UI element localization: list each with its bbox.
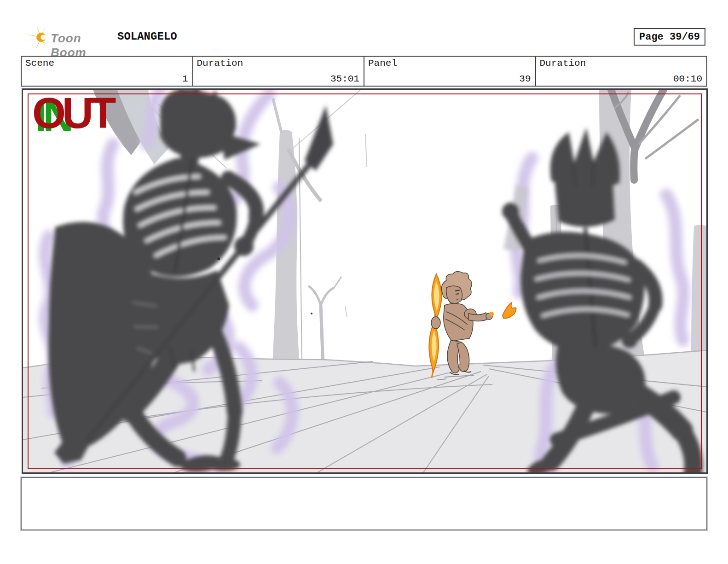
staff-hand [431, 317, 440, 329]
flame-wisp [503, 302, 516, 318]
brand-lockup: Toon Boom [24, 23, 116, 52]
helmet [555, 163, 615, 227]
project-title: SOLANGELO [117, 30, 177, 43]
scene-label: Scene [25, 58, 54, 69]
scene-duration-value: 35:01 [330, 74, 359, 84]
info-cell-panel: Panel 39 [364, 57, 536, 86]
storyboard-panel: IN OUT [22, 88, 708, 474]
toon-boom-logo-icon [24, 24, 50, 51]
transition-out-label: OUT [32, 92, 112, 135]
scene-duration-label: Duration [197, 58, 243, 69]
caption-box [21, 477, 707, 530]
panel-info-table: Scene 1 Duration 35:01 Panel 39 Duration… [21, 56, 707, 87]
extended-arm [468, 313, 488, 321]
scene-value: 1 [182, 74, 188, 84]
face [446, 286, 462, 303]
page-number-label: Page 39/69 [639, 31, 700, 43]
ink-specks [217, 257, 312, 314]
page-number-badge: Page 39/69 [634, 28, 705, 46]
panel-value: 39 [519, 74, 531, 84]
info-cell-panel-duration: Duration 00:10 [536, 57, 707, 86]
info-cell-scene-duration: Duration 35:01 [193, 57, 365, 86]
storyboard-drawing [23, 90, 706, 472]
panel-duration-label: Duration [540, 58, 586, 69]
info-cell-scene: Scene 1 [22, 57, 193, 86]
panel-duration-value: 00:10 [673, 74, 702, 84]
panel-label: Panel [368, 58, 397, 69]
